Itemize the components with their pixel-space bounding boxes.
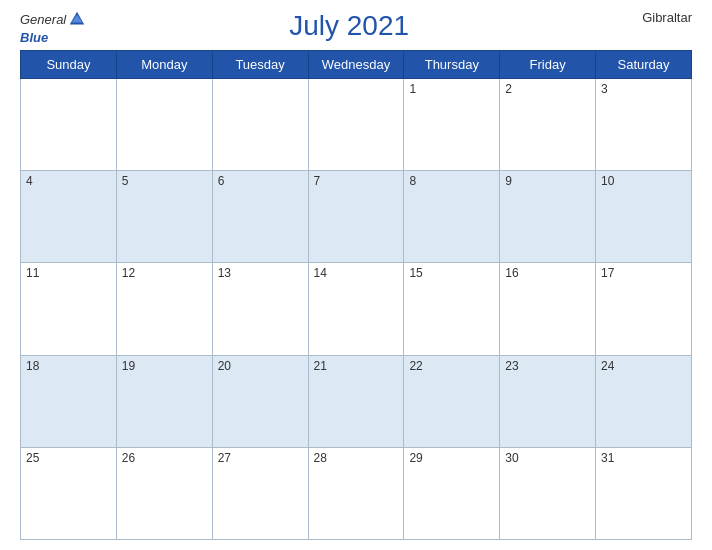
calendar-title-area: July 2021	[86, 10, 612, 42]
day-number: 19	[122, 359, 135, 373]
week-row-2: 45678910	[21, 171, 692, 263]
calendar-cell-w3-d7: 17	[596, 263, 692, 355]
calendar-cell-w1-d3	[212, 79, 308, 171]
calendar-cell-w5-d7: 31	[596, 447, 692, 539]
calendar-cell-w1-d5: 1	[404, 79, 500, 171]
calendar-cell-w3-d1: 11	[21, 263, 117, 355]
calendar-cell-w5-d1: 25	[21, 447, 117, 539]
calendar-cell-w2-d4: 7	[308, 171, 404, 263]
calendar-cell-w2-d7: 10	[596, 171, 692, 263]
day-number: 10	[601, 174, 614, 188]
day-number: 1	[409, 82, 416, 96]
calendar-cell-w4-d6: 23	[500, 355, 596, 447]
calendar-cell-w1-d1	[21, 79, 117, 171]
calendar-cell-w5-d2: 26	[116, 447, 212, 539]
calendar-title: July 2021	[289, 10, 409, 41]
calendar-cell-w4-d5: 22	[404, 355, 500, 447]
calendar-cell-w4-d1: 18	[21, 355, 117, 447]
calendar-cell-w2-d5: 8	[404, 171, 500, 263]
calendar-cell-w2-d3: 6	[212, 171, 308, 263]
calendar-cell-w3-d3: 13	[212, 263, 308, 355]
calendar-cell-w1-d7: 3	[596, 79, 692, 171]
day-number: 30	[505, 451, 518, 465]
day-number: 3	[601, 82, 608, 96]
header-thursday: Thursday	[404, 51, 500, 79]
day-number: 4	[26, 174, 33, 188]
day-number: 15	[409, 266, 422, 280]
header-saturday: Saturday	[596, 51, 692, 79]
calendar-cell-w4-d4: 21	[308, 355, 404, 447]
day-number: 25	[26, 451, 39, 465]
day-number: 12	[122, 266, 135, 280]
day-number: 17	[601, 266, 614, 280]
logo-icon	[68, 10, 86, 28]
day-number: 23	[505, 359, 518, 373]
day-number: 26	[122, 451, 135, 465]
header-sunday: Sunday	[21, 51, 117, 79]
calendar-cell-w5-d3: 27	[212, 447, 308, 539]
calendar-cell-w5-d6: 30	[500, 447, 596, 539]
calendar-cell-w2-d6: 9	[500, 171, 596, 263]
day-number: 22	[409, 359, 422, 373]
day-number: 14	[314, 266, 327, 280]
calendar-cell-w3-d5: 15	[404, 263, 500, 355]
calendar-table: Sunday Monday Tuesday Wednesday Thursday…	[20, 50, 692, 540]
day-number: 18	[26, 359, 39, 373]
logo-general-text: General	[20, 12, 66, 27]
day-number: 31	[601, 451, 614, 465]
day-number: 9	[505, 174, 512, 188]
day-number: 6	[218, 174, 225, 188]
calendar-cell-w5-d4: 28	[308, 447, 404, 539]
day-number: 24	[601, 359, 614, 373]
logo-blue-text: Blue	[20, 30, 48, 45]
calendar-cell-w1-d2	[116, 79, 212, 171]
day-number: 7	[314, 174, 321, 188]
calendar-cell-w1-d6: 2	[500, 79, 596, 171]
weekday-header-row: Sunday Monday Tuesday Wednesday Thursday…	[21, 51, 692, 79]
day-number: 11	[26, 266, 39, 280]
day-number: 2	[505, 82, 512, 96]
week-row-3: 11121314151617	[21, 263, 692, 355]
calendar-cell-w2-d1: 4	[21, 171, 117, 263]
header-friday: Friday	[500, 51, 596, 79]
day-number: 28	[314, 451, 327, 465]
calendar-cell-w2-d2: 5	[116, 171, 212, 263]
day-number: 16	[505, 266, 518, 280]
header-wednesday: Wednesday	[308, 51, 404, 79]
day-number: 20	[218, 359, 231, 373]
week-row-5: 25262728293031	[21, 447, 692, 539]
day-number: 21	[314, 359, 327, 373]
day-number: 8	[409, 174, 416, 188]
calendar-cell-w3-d6: 16	[500, 263, 596, 355]
header-monday: Monday	[116, 51, 212, 79]
day-number: 29	[409, 451, 422, 465]
calendar-header: General Blue July 2021 Gibraltar	[20, 10, 692, 46]
calendar-cell-w4-d2: 19	[116, 355, 212, 447]
calendar-cell-w4-d7: 24	[596, 355, 692, 447]
calendar-cell-w3-d2: 12	[116, 263, 212, 355]
header-tuesday: Tuesday	[212, 51, 308, 79]
day-number: 13	[218, 266, 231, 280]
calendar-cell-w5-d5: 29	[404, 447, 500, 539]
logo-area: General Blue	[20, 10, 86, 46]
calendar-cell-w4-d3: 20	[212, 355, 308, 447]
week-row-4: 18192021222324	[21, 355, 692, 447]
day-number: 5	[122, 174, 129, 188]
calendar-cell-w3-d4: 14	[308, 263, 404, 355]
country-label: Gibraltar	[612, 10, 692, 25]
day-number: 27	[218, 451, 231, 465]
calendar-cell-w1-d4	[308, 79, 404, 171]
week-row-1: 123	[21, 79, 692, 171]
